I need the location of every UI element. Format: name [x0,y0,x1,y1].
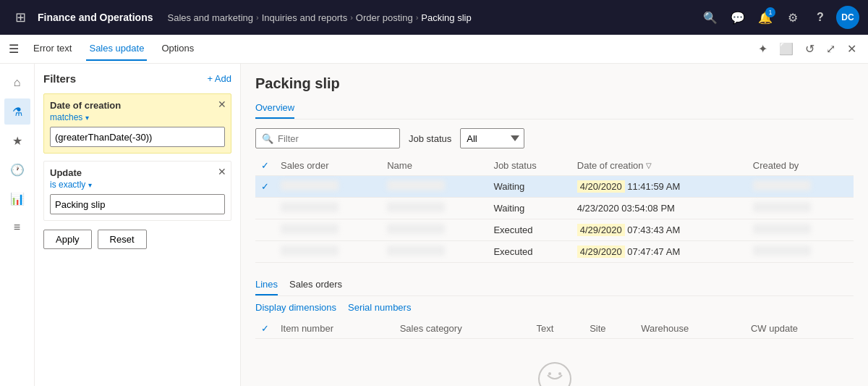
lth-item-number: Item number [275,319,394,339]
second-nav-right: ✦ ⬜ ↺ ⤢ ✕ [755,39,859,59]
th-sales-order: Sales order [275,156,381,176]
table-row[interactable]: Executed 4/29/2020 07:47:47 AM [255,241,854,263]
top-nav-right: 🔍 💬 🔔1 ⚙ ? DC [699,6,859,29]
row-check [255,198,275,219]
row-name [381,198,488,219]
lth-warehouse: Warehouse [635,319,745,339]
sidebar-filter[interactable]: ⚗ [4,98,30,125]
filter-search-box[interactable]: 🔍 [255,128,400,148]
filter-group-date-sub[interactable]: matches ▾ [50,112,225,122]
filter-group-update-label: Update [50,167,225,178]
bottom-tabs: Lines Sales orders [255,274,854,296]
row-job-status: Waiting [488,176,571,198]
magic-icon[interactable]: ✦ [755,39,770,59]
chevron-down-icon-2: ▾ [88,181,92,189]
sidebar-star[interactable]: ★ [4,127,30,154]
row-name [381,219,488,241]
sidebar-list[interactable]: ≡ [4,214,30,240]
sidebar-chart[interactable]: 📊 [4,185,30,211]
row-job-status: Executed [488,241,571,263]
add-filter-button[interactable]: + Add [207,73,231,84]
filter-date-input[interactable] [50,127,225,147]
job-status-select[interactable]: All Waiting Executed [460,128,524,148]
table-header: ✓ Sales order Name Job status Date of cr… [255,156,854,176]
tab-error-text[interactable]: Error text [30,37,75,61]
job-status-label: Job status [409,133,451,144]
table-row[interactable]: Executed 4/29/2020 07:43:43 AM [255,219,854,241]
filter-panel: Filters + Add ✕ Date of creation matches… [35,64,241,386]
page-title: Packing slip [255,75,854,92]
breadcrumb-item-3[interactable]: Order posting [356,12,413,23]
bottom-tab-sales-orders[interactable]: Sales orders [289,274,342,295]
lth-check: ✓ [255,319,275,339]
filter-group-update-sub[interactable]: is exactly ▾ [50,180,225,190]
filter-group-update-close[interactable]: ✕ [218,166,226,177]
svg-point-2 [558,372,561,375]
tab-sales-update[interactable]: Sales update [86,37,147,61]
filter-group-date-close[interactable]: ✕ [218,98,226,110]
sidebar-clock[interactable]: 🕐 [4,156,30,182]
lower-empty-state: We didn't find anything to show here. [255,339,854,387]
row-job-status: Executed [488,219,571,241]
filter-title: Filters [43,72,76,85]
window-icon[interactable]: ⬜ [776,39,796,59]
filter-actions: Apply Reset [43,230,231,249]
row-job-status: Waiting [488,198,571,219]
sidebar-home[interactable]: ⌂ [4,70,30,96]
tab-options[interactable]: Options [158,37,197,61]
chevron-down-icon: ▾ [85,114,89,122]
search-button[interactable]: 🔍 [699,6,722,29]
row-sales-order [275,176,381,198]
notification-badge: 1 [765,7,775,17]
row-name [381,176,488,198]
th-check: ✓ [255,156,275,176]
breadcrumb-item-2[interactable]: Inquiries and reports [262,12,348,23]
bottom-tab-lines[interactable]: Lines [255,274,278,295]
help-button[interactable]: ? [809,6,832,29]
breadcrumb-item-1[interactable]: Sales and marketing [167,12,253,23]
second-nav: ☰ Error text Sales update Options ✦ ⬜ ↺ … [0,35,868,64]
notification-button[interactable]: 🔔1 [754,6,777,29]
breadcrumb-item-4[interactable]: Packing slip [421,12,471,23]
top-nav: ⊞ Finance and Operations Sales and marke… [0,0,868,35]
row-check [255,219,275,241]
content-toolbar: 🔍 Job status All Waiting Executed [255,128,854,148]
filter-update-input[interactable] [50,194,225,214]
empty-state: We didn't find anything to show here. [261,343,848,386]
main-table: ✓ Sales order Name Job status Date of cr… [255,156,854,263]
reset-button[interactable]: Reset [98,230,147,249]
main-content: Packing slip Overview 🔍 Job status All W… [241,64,868,386]
refresh-icon[interactable]: ↺ [802,39,817,59]
filter-header: Filters + Add [43,72,231,85]
filter-search-icon: 🔍 [262,133,273,144]
th-job-status: Job status [488,156,571,176]
row-created-by [747,241,854,263]
row-sales-order [275,198,381,219]
main-layout: ⌂ ⚗ ★ 🕐 📊 ≡ Filters + Add ✕ Date of crea… [0,64,868,386]
app-grid-button[interactable]: ⊞ [9,6,32,29]
breadcrumb-sep-2: › [350,13,353,22]
display-dimensions-link[interactable]: Display dimensions [255,302,336,313]
filter-search-input[interactable] [278,133,393,144]
filter-funnel-icon: ▽ [646,161,652,169]
serial-numbers-link[interactable]: Serial numbers [348,302,411,313]
hamburger-button[interactable]: ☰ [9,42,19,56]
breadcrumb-sep-3: › [416,13,419,22]
empty-icon [278,361,830,386]
row-check [255,241,275,263]
th-created-by: Created by [747,156,854,176]
tab-overview[interactable]: Overview [255,98,294,119]
table-row[interactable]: Waiting 4/23/2020 03:54:08 PM [255,198,854,219]
close-icon[interactable]: ✕ [844,39,859,59]
row-created-by [747,198,854,219]
row-date: 4/29/2020 07:47:47 AM [571,241,747,263]
settings-button[interactable]: ⚙ [781,6,804,29]
chat-button[interactable]: 💬 [726,6,749,29]
lower-table: ✓ Item number Sales category Text Site W… [255,319,854,386]
apply-button[interactable]: Apply [43,230,92,249]
table-row[interactable]: ✓ Waiting 4/20/2020 11:41:59 AM [255,176,854,198]
avatar[interactable]: DC [836,6,859,29]
svg-point-0 [539,363,571,386]
expand-icon[interactable]: ⤢ [823,39,838,59]
lower-table-body: We didn't find anything to show here. [255,339,854,387]
